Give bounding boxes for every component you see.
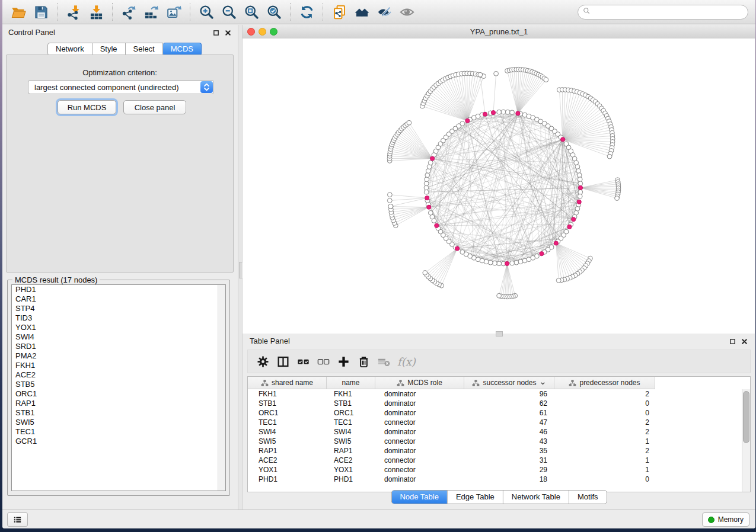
tab-style[interactable]: Style — [92, 43, 126, 56]
export-image-button[interactable] — [162, 2, 185, 22]
unselect-all-button[interactable] — [313, 352, 333, 370]
table-row[interactable]: FKH1FKH1dominator962 — [248, 389, 742, 399]
mcds-result-list[interactable]: PHD1CAR1STP4TID3YOX1SWI4SRD1PMA2FKH1ACE2… — [11, 284, 226, 491]
table-row[interactable]: YOX1YOX1connector291 — [248, 465, 742, 475]
cell-predecessor-nodes[interactable]: 0 — [554, 399, 655, 408]
mcds-result-item[interactable]: PHD1 — [12, 285, 225, 294]
tab-mcds[interactable]: MCDS — [163, 43, 202, 56]
import-table-button[interactable] — [85, 2, 107, 22]
mcds-result-item[interactable]: SRD1 — [12, 342, 225, 351]
table-row[interactable]: SWI4SWI4dominator462 — [248, 427, 742, 437]
cell-name[interactable]: SWI4 — [327, 427, 375, 437]
network-nodes[interactable] — [387, 67, 621, 299]
cell-successor-nodes[interactable]: 18 — [464, 475, 554, 484]
show-glyphs-button[interactable] — [395, 2, 418, 22]
cell-name[interactable]: TEC1 — [327, 418, 375, 427]
zoom-in-button[interactable] — [195, 2, 218, 22]
cell-successor-nodes[interactable]: 47 — [464, 418, 554, 427]
search-input[interactable] — [594, 6, 748, 19]
mcds-result-item[interactable]: GCR1 — [12, 437, 225, 446]
cell-predecessor-nodes[interactable]: 2 — [554, 427, 655, 437]
mcds-result-item[interactable]: STB5 — [12, 380, 225, 389]
network-canvas[interactable] — [243, 39, 755, 334]
export-network-button[interactable] — [117, 2, 140, 22]
table-row[interactable]: STB1STB1dominator620 — [248, 399, 742, 408]
cell-predecessor-nodes[interactable]: 1 — [554, 465, 655, 475]
mcds-result-scrollbar[interactable] — [218, 285, 225, 491]
cell-MCDS-role[interactable]: dominator — [375, 427, 464, 437]
cell-shared-name[interactable]: ORC1 — [248, 408, 327, 418]
cell-MCDS-role[interactable]: dominator — [375, 475, 464, 484]
split-columns-button[interactable] — [273, 352, 293, 370]
cell-shared-name[interactable]: YOX1 — [248, 465, 327, 475]
cell-name[interactable]: RAP1 — [327, 446, 375, 456]
save-button[interactable] — [30, 2, 52, 22]
tab-node-table[interactable]: Node Table — [391, 491, 447, 504]
zoom-selected-button[interactable] — [263, 2, 285, 22]
scrollbar-thumb[interactable] — [743, 391, 749, 443]
cell-predecessor-nodes[interactable]: 1 — [554, 456, 655, 465]
run-mcds-button[interactable]: Run MCDS — [58, 100, 116, 114]
close-panel-button[interactable] — [740, 337, 748, 345]
open-button[interactable] — [7, 2, 30, 22]
cell-MCDS-role[interactable]: connector — [375, 437, 464, 446]
tab-network[interactable]: Network — [47, 43, 92, 56]
column-header-MCDS-role[interactable]: MCDS role — [375, 377, 464, 389]
close-panel-button-mcds[interactable]: Close panel — [123, 100, 186, 114]
cell-shared-name[interactable]: ACE2 — [248, 456, 327, 465]
import-network-button[interactable] — [62, 2, 85, 22]
tab-select[interactable]: Select — [126, 43, 163, 56]
criterion-select[interactable]: largest connected component (undirected) — [28, 80, 214, 94]
zoom-fit-button[interactable] — [240, 2, 263, 22]
cell-MCDS-role[interactable]: connector — [375, 456, 464, 465]
table-row[interactable]: SWI5SWI5connector431 — [248, 437, 742, 446]
mcds-result-item[interactable]: SWI5 — [12, 418, 225, 427]
column-header-predecessor-nodes[interactable]: predecessor nodes — [554, 377, 655, 389]
mcds-result-item[interactable]: TID3 — [12, 313, 225, 323]
cell-MCDS-role[interactable]: connector — [375, 465, 464, 475]
float-panel-button[interactable] — [728, 337, 736, 345]
memory-button[interactable]: Memory — [702, 512, 749, 527]
home-button[interactable] — [350, 2, 373, 22]
network-graph[interactable] — [243, 39, 755, 334]
cell-name[interactable]: FKH1 — [327, 389, 375, 399]
cell-successor-nodes[interactable]: 46 — [464, 427, 554, 437]
zoom-out-button[interactable] — [218, 2, 240, 22]
table-row[interactable]: ACE2ACE2connector311 — [248, 456, 742, 465]
task-history-button[interactable] — [7, 512, 28, 527]
cell-successor-nodes[interactable]: 29 — [464, 465, 554, 475]
export-table-button[interactable] — [140, 2, 162, 22]
cell-successor-nodes[interactable]: 31 — [464, 456, 554, 465]
float-panel-button[interactable] — [212, 28, 220, 37]
cell-predecessor-nodes[interactable]: 0 — [554, 475, 655, 484]
cell-name[interactable]: ACE2 — [327, 456, 375, 465]
cell-shared-name[interactable]: STB1 — [248, 399, 327, 408]
table-row[interactable]: PHD1PHD1dominator180 — [248, 475, 742, 484]
close-panel-button[interactable] — [224, 28, 232, 37]
table-row[interactable]: TEC1TEC1connector472 — [248, 418, 742, 427]
cell-predecessor-nodes[interactable]: 1 — [554, 437, 655, 446]
hide-glyphs-button[interactable] — [373, 2, 395, 22]
cell-MCDS-role[interactable]: dominator — [375, 389, 464, 399]
cell-successor-nodes[interactable]: 61 — [464, 408, 554, 418]
add-button[interactable] — [333, 352, 353, 370]
cell-shared-name[interactable]: PHD1 — [248, 475, 327, 484]
search-box[interactable] — [578, 5, 748, 20]
refresh-button[interactable] — [295, 2, 318, 22]
cell-predecessor-nodes[interactable]: 2 — [554, 446, 655, 456]
table-row[interactable]: RAP1RAP1dominator352 — [248, 446, 742, 456]
cell-MCDS-role[interactable]: dominator — [375, 446, 464, 456]
table-scrollbar[interactable] — [742, 389, 750, 492]
cell-predecessor-nodes[interactable]: 2 — [554, 389, 655, 399]
cell-successor-nodes[interactable]: 43 — [464, 437, 554, 446]
mcds-result-item[interactable]: PMA2 — [12, 351, 225, 361]
cell-successor-nodes[interactable]: 35 — [464, 446, 554, 456]
cell-predecessor-nodes[interactable]: 0 — [554, 408, 655, 418]
trash-button[interactable] — [353, 352, 374, 370]
table-row[interactable]: ORC1ORC1dominator610 — [248, 408, 742, 418]
column-header-name[interactable]: name — [327, 377, 375, 389]
mcds-result-item[interactable]: STP4 — [12, 304, 225, 313]
cell-name[interactable]: STB1 — [327, 399, 375, 408]
cell-shared-name[interactable]: RAP1 — [248, 446, 327, 456]
mcds-result-item[interactable]: ORC1 — [12, 389, 225, 399]
